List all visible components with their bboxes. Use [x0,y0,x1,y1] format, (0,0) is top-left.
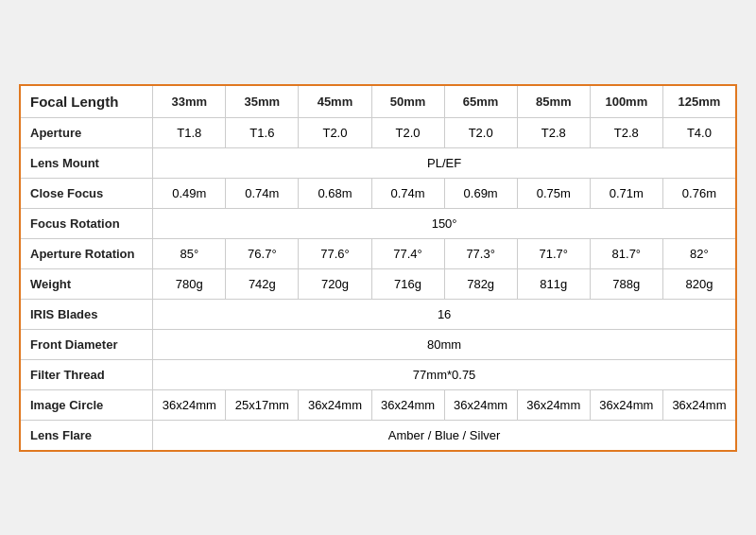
col-header-35mm: 35mm [226,86,299,118]
col-header-85mm: 85mm [517,86,590,118]
table-cell: T2.0 [371,117,444,147]
table-cell: T4.0 [662,117,735,147]
table-row: Filter Thread77mm*0.75 [21,359,735,389]
table-cell: 788g [590,268,662,299]
table-cell: 0.69m [444,178,517,208]
row-label-aperture: Aperture [21,117,153,147]
table-header-row: Focal Length33mm35mm45mm50mm65mm85mm100m… [21,86,735,118]
table-cell: 77.4° [371,238,444,268]
table-cell: 0.68m [299,178,371,208]
table-row: Focus Rotation150° [21,208,735,238]
table-cell: T2.0 [444,117,517,147]
row-span-value: 80mm [153,329,735,359]
table-cell: 36x24mm [590,389,662,420]
col-header-45mm: 45mm [299,86,371,118]
table-cell: 36x24mm [153,389,226,420]
table-body: ApertureT1.8T1.6T2.0T2.0T2.0T2.8T2.8T4.0… [21,117,735,450]
table-row: Front Diameter80mm [21,329,735,359]
row-label-front-diameter: Front Diameter [21,329,153,359]
row-label-weight: Weight [21,268,153,299]
table-cell: 36x24mm [299,389,371,420]
table-row: Image Circle36x24mm25x17mm36x24mm36x24mm… [21,389,735,420]
table-cell: 0.74m [226,178,299,208]
table-cell: 77.6° [299,238,371,268]
row-label-filter-thread: Filter Thread [21,359,153,389]
table-cell: 780g [153,268,226,299]
col-header-125mm: 125mm [662,86,735,118]
table-cell: 716g [371,268,444,299]
table-cell: 76.7° [226,238,299,268]
table-cell: 0.76m [662,178,735,208]
table-cell: T1.8 [153,117,226,147]
table-cell: 36x24mm [517,389,590,420]
row-span-value: Amber / Blue / Silver [153,420,735,450]
table-cell: 81.7° [590,238,662,268]
row-label-lens-mount: Lens Mount [21,147,153,178]
row-label-aperture-rotation: Aperture Rotation [21,238,153,268]
table-cell: 0.49m [153,178,226,208]
table-cell: 36x24mm [371,389,444,420]
table-row: ApertureT1.8T1.6T2.0T2.0T2.0T2.8T2.8T4.0 [21,117,735,147]
table-cell: T1.6 [226,117,299,147]
col-header-65mm: 65mm [444,86,517,118]
row-span-value: 150° [153,208,735,238]
table-cell: 0.74m [371,178,444,208]
col-header-100mm: 100mm [590,86,662,118]
specs-table: Focal Length33mm35mm45mm50mm65mm85mm100m… [21,86,735,450]
col-header-50mm: 50mm [371,86,444,118]
table-cell: 720g [299,268,371,299]
row-label-iris-blades: IRIS Blades [21,299,153,329]
table-cell: 25x17mm [226,389,299,420]
table-cell: 782g [444,268,517,299]
row-label-lens-flare: Lens Flare [21,420,153,450]
table-cell: T2.8 [590,117,662,147]
table-cell: 85° [153,238,226,268]
row-label-close-focus: Close Focus [21,178,153,208]
table-cell: 0.71m [590,178,662,208]
table-row: Lens MountPL/EF [21,147,735,178]
table-cell: 742g [226,268,299,299]
table-cell: T2.0 [299,117,371,147]
row-span-value: 16 [153,299,735,329]
table-cell: 0.75m [517,178,590,208]
row-label-focus-rotation: Focus Rotation [21,208,153,238]
row-label-image-circle: Image Circle [21,389,153,420]
col-header-33mm: 33mm [153,86,226,118]
table-row: IRIS Blades16 [21,299,735,329]
table-row: Weight780g742g720g716g782g811g788g820g [21,268,735,299]
row-span-value: PL/EF [153,147,735,178]
table-row: Aperture Rotation85°76.7°77.6°77.4°77.3°… [21,238,735,268]
table-row: Close Focus0.49m0.74m0.68m0.74m0.69m0.75… [21,178,735,208]
specs-table-wrapper: Focal Length33mm35mm45mm50mm65mm85mm100m… [19,84,737,452]
focal-length-header: Focal Length [21,86,153,118]
row-span-value: 77mm*0.75 [153,359,735,389]
table-cell: 820g [662,268,735,299]
table-cell: 36x24mm [444,389,517,420]
table-cell: T2.8 [517,117,590,147]
table-cell: 71.7° [517,238,590,268]
table-cell: 77.3° [444,238,517,268]
table-cell: 36x24mm [662,389,735,420]
table-cell: 811g [517,268,590,299]
table-row: Lens FlareAmber / Blue / Silver [21,420,735,450]
table-cell: 82° [662,238,735,268]
